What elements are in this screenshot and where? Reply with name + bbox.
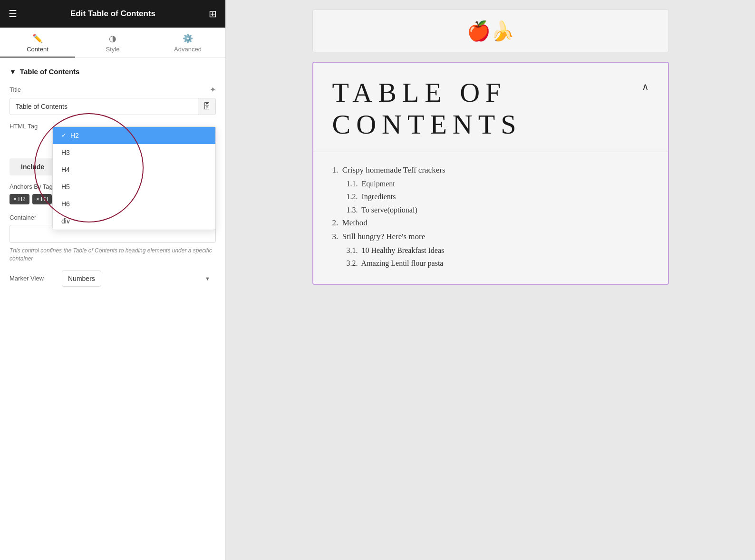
dropdown-item-h2[interactable]: ✓ H2 [53, 127, 215, 144]
marker-view-row: Marker View Numbers Bullets None [10, 270, 216, 287]
marker-view-label: Marker View [10, 275, 62, 282]
toc-item-3-2: 3.2. Amazing Lentil flour pasta [347, 257, 649, 270]
title-label: Title ✦ [10, 85, 216, 94]
toc-item-1-1: 1.1. Equipment [347, 177, 649, 190]
marker-view-select-wrapper: Numbers Bullets None [62, 270, 216, 287]
panel-title: Edit Table of Contents [70, 9, 155, 19]
advanced-tab-icon: ⚙️ [183, 33, 193, 44]
panel-header: ☰ Edit Table of Contents ⊞ [0, 0, 225, 28]
title-input[interactable] [10, 99, 198, 114]
html-tag-label: HTML Tag [10, 123, 52, 130]
tab-content[interactable]: ✏️ Content [0, 28, 75, 58]
tab-style[interactable]: ◑ Style [75, 28, 150, 58]
logo-icon: 🍎🍌 [467, 20, 514, 42]
marker-view-select[interactable]: Numbers Bullets None [62, 270, 101, 287]
container-help: This control confines the Table of Conte… [10, 247, 216, 263]
tag-h3[interactable]: × H3 [32, 194, 52, 204]
logo-bar: 🍎🍌 [312, 10, 669, 52]
dropdown-item-h4[interactable]: H4 [53, 161, 215, 178]
hamburger-icon[interactable]: ☰ [9, 8, 17, 19]
html-tag-row: HTML Tag ✓ H2 H3 H4 H5 [10, 123, 216, 130]
sparkle-icon[interactable]: ✦ [210, 85, 216, 94]
grid-icon[interactable]: ⊞ [209, 8, 217, 19]
db-icon-btn[interactable]: 🗄 [198, 98, 215, 115]
toc-item-1-2: 1.2. Ingredients [347, 190, 649, 203]
toc-title: TABLE OFCONTENTS [332, 77, 522, 140]
right-panel: 🍎🍌 TABLE OFCONTENTS ∧ 1. Crispy homemade… [226, 0, 755, 560]
include-button[interactable]: Include [10, 158, 56, 175]
tabs-bar: ✏️ Content ◑ Style ⚙️ Advanced [0, 28, 225, 58]
title-field-row: Title ✦ 🗄 [10, 85, 216, 115]
tab-advanced[interactable]: ⚙️ Advanced [150, 28, 225, 58]
toc-item-3: 3. Still hungry? Here's more [332, 230, 649, 244]
dropdown-item-h6[interactable]: H6 [53, 195, 215, 212]
dropdown-item-h3[interactable]: H3 [53, 144, 215, 161]
toc-widget: TABLE OFCONTENTS ∧ 1. Crispy homemade Te… [312, 62, 669, 285]
toc-item-2: 2. Method [332, 216, 649, 230]
toc-item-3-1: 3.1. 10 Healthy Breakfast Ideas [347, 244, 649, 257]
content-tab-icon: ✏️ [32, 33, 43, 44]
style-tab-icon: ◑ [109, 33, 116, 44]
left-panel: ☰ Edit Table of Contents ⊞ ✏️ Content ◑ … [0, 0, 226, 560]
dropdown-item-div[interactable]: div [53, 212, 215, 230]
dropdown-item-h5[interactable]: H5 [53, 178, 215, 195]
title-input-wrapper: 🗄 [10, 98, 216, 115]
toc-title-section: TABLE OFCONTENTS ∧ [313, 63, 668, 152]
section-header: ▼ Table of Contents [10, 68, 216, 76]
tab-advanced-label: Advanced [174, 46, 202, 53]
toc-item-1: 1. Crispy homemade Teff crackers [332, 164, 649, 177]
html-tag-dropdown[interactable]: ✓ H2 H3 H4 H5 H6 d [52, 126, 216, 230]
section-arrow[interactable]: ▼ [10, 68, 16, 76]
toc-collapse-btn[interactable]: ∧ [642, 81, 649, 92]
toc-list-section: 1. Crispy homemade Teff crackers 1.1. Eq… [313, 152, 668, 284]
panel-body: ▼ Table of Contents Title ✦ 🗄 HTML Tag ✓ [0, 58, 225, 560]
tab-content-label: Content [27, 46, 48, 53]
toc-item-1-3: 1.3. To serve(optional) [347, 203, 649, 216]
check-icon: ✓ [61, 132, 67, 139]
tab-style-label: Style [106, 46, 120, 53]
tag-h2[interactable]: × H2 [10, 194, 29, 204]
section-title: Table of Contents [20, 68, 80, 76]
